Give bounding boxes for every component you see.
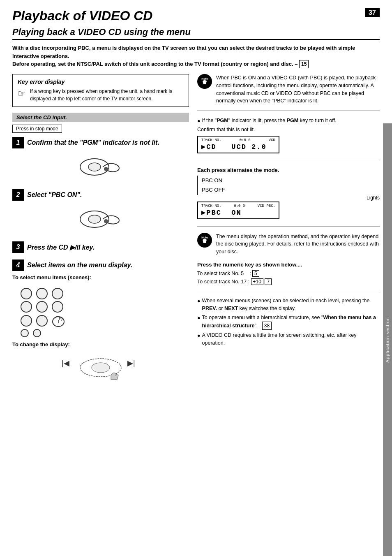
step-4: 4 Select items on the menu display. To s…: [12, 259, 189, 383]
bullet-item-1: ● When several menus (scenes) can be sel…: [197, 297, 380, 313]
intro-line2: Before operating, set the NTSC/PAL switc…: [12, 60, 380, 68]
note-icon-top: Note: [197, 74, 212, 89]
svg-text:|◀: |◀: [62, 359, 69, 367]
pbc-alternates-title: Each press alternates the mode.: [197, 167, 380, 173]
step-2-label: Select "PBC ON".: [27, 191, 82, 199]
key-error-text: If a wrong key is pressed when operating…: [30, 88, 184, 102]
intro-text: With a disc incorporating PBC, a menu is…: [12, 44, 380, 68]
app-section-bar: Application section: [383, 123, 392, 556]
key-10: +10: [251, 278, 263, 285]
divider-3: [197, 227, 380, 227]
circle-btn-5: [36, 301, 48, 313]
intro-line1: With a disc incorporating PBC, a menu is…: [12, 44, 380, 60]
step-2-header: 2 Select "PBC ON".: [12, 189, 189, 201]
circle-btn-2: [36, 288, 48, 299]
key-7: 7: [265, 278, 272, 285]
display-row1-1: TRACK NO. 0:0 0 VCD: [201, 138, 275, 142]
display-row2-2: ▶PBC ON: [201, 208, 275, 217]
circle-btn-7: [21, 315, 32, 327]
pgm-bullet: ● If the "PGM" indicator is lit, press t…: [197, 117, 380, 125]
page-ref-38: 38: [262, 322, 272, 330]
circle-small-2: [33, 329, 41, 337]
pbc-on-option: PBC ON: [202, 176, 380, 185]
numeric-label-1: To select track No. 5 :: [197, 271, 252, 276]
note-icon-circle-top: Note: [197, 74, 212, 89]
pgm-section: ● If the "PGM" indicator is lit, press t…: [197, 117, 380, 153]
lights-label: Lights: [197, 195, 380, 201]
section-title: Playing back a VIDEO CD using the menu: [12, 27, 380, 40]
bullet-dot-b1: ●: [197, 297, 201, 313]
note-box-top: Note When PBC is ON and a VIDEO CD (with…: [197, 74, 380, 105]
note-badge-svg-2: Note: [198, 234, 211, 246]
divider-2: [197, 161, 380, 161]
step-4-label: Select items on the menu display.: [27, 262, 132, 269]
change-display-icon: |◀ ▶|: [60, 353, 142, 380]
key-error-title: Key error display: [18, 79, 184, 85]
circle-btn-8: [36, 315, 48, 327]
step-1-label: Confirm that the "PGM" indicator is not …: [27, 139, 159, 146]
display-row1-2: TRACK NO. 0:0 0 VCD PBC.: [201, 204, 275, 208]
circle-row-1: [21, 288, 63, 299]
pbc-off-option: PBC OFF: [202, 185, 380, 195]
numeric-title: Press the numeric key as shown below....: [197, 262, 380, 268]
svg-text:Note: Note: [201, 77, 208, 80]
note-icon-circle-bottom: Note: [197, 233, 212, 248]
page-number: 37: [365, 8, 380, 17]
circle-row-3: [21, 314, 65, 327]
step-1-header: 1 Confirm that the "PGM" indicator is no…: [12, 137, 189, 148]
circle-row-4: [21, 329, 41, 337]
key-error-box: Key error display ☞ If a wrong key is pr…: [12, 74, 189, 107]
svg-point-11: [92, 363, 110, 373]
page-ref-intro: 15: [299, 60, 309, 68]
circle-btn-3: [52, 288, 63, 299]
key-error-content: ☞ If a wrong key is pressed when operati…: [18, 88, 184, 102]
svg-point-4: [88, 215, 101, 223]
select-cd-bar: Select the CD input.: [12, 113, 189, 122]
bullet-dot-b2: ●: [197, 314, 201, 330]
note-icon-bottom: Note: [197, 233, 212, 248]
cd-remote-icon-1: [76, 156, 125, 178]
display-row2-1: ▶CD UCD 2.0: [201, 142, 275, 151]
step-3-header: 3 Press the CD ▶/II key.: [12, 241, 189, 253]
circle-btn-1: [21, 288, 32, 299]
svg-point-1: [88, 163, 101, 171]
step-2-number: 2: [12, 189, 24, 201]
circle-row-2: [21, 301, 63, 313]
bullet-text-2: To operate a menu with a hierarchical st…: [202, 314, 380, 330]
display-screen-2: TRACK NO. 0:0 0 VCD PBC. ▶PBC ON: [197, 202, 279, 219]
bullet-text-3: A VIDEO CD requires a little time for sc…: [202, 331, 380, 347]
pgm-bullet-text: If the "PGM" indicator is lit, press the…: [202, 117, 337, 125]
confirm-text: Confirm that this is not lit.: [197, 127, 380, 132]
note-badge-svg: Note: [198, 75, 211, 88]
page-header: Playback of VIDEO CD 37: [12, 8, 380, 23]
svg-point-2: [104, 167, 108, 171]
left-column: Key error display ☞ If a wrong key is pr…: [12, 74, 189, 390]
bottom-bullets-section: ● When several menus (scenes) can be sel…: [197, 297, 380, 347]
numeric-label-2: To select track No. 17 :: [197, 279, 251, 285]
circle-btn-4: [21, 301, 32, 313]
step-3-number: 3: [12, 241, 24, 253]
menu-items-label: To select menu items (scenes):: [12, 274, 189, 280]
menu-items-grid: [12, 284, 189, 341]
step-1-number: 1: [12, 137, 24, 148]
bullet-item-3: ● A VIDEO CD requires a little time for …: [197, 331, 380, 347]
numeric-row-1: To select track No. 5 : 5: [197, 270, 380, 277]
step-3: 3 Press the CD ▶/II key.: [12, 241, 189, 253]
step-1-image: [12, 152, 189, 183]
bullet-text-1: When several menus (scenes) can be selec…: [202, 297, 380, 313]
change-display-area: |◀ ▶|: [12, 350, 189, 383]
step-2: 2 Select "PBC ON".: [12, 189, 189, 235]
main-columns: Key error display ☞ If a wrong key is pr…: [12, 74, 380, 390]
step-3-label: Press the CD ▶/II key.: [27, 243, 95, 251]
hand-icon: ☞: [18, 88, 26, 99]
page-title: Playback of VIDEO CD: [12, 8, 152, 23]
note-text-top: When PBC is ON and a VIDEO CD (with PBC)…: [216, 74, 380, 105]
page-container: Application section Playback of VIDEO CD…: [0, 0, 392, 556]
step-1: 1 Confirm that the "PGM" indicator is no…: [12, 137, 189, 183]
svg-point-5: [104, 219, 108, 223]
change-display-label: To change the display:: [12, 341, 189, 348]
hand-cursor-icon: [52, 314, 65, 327]
cd-remote-icon-2: [76, 208, 125, 231]
svg-text:▶|: ▶|: [127, 359, 135, 367]
pbc-section: Each press alternates the mode. PBC ON P…: [197, 167, 380, 219]
